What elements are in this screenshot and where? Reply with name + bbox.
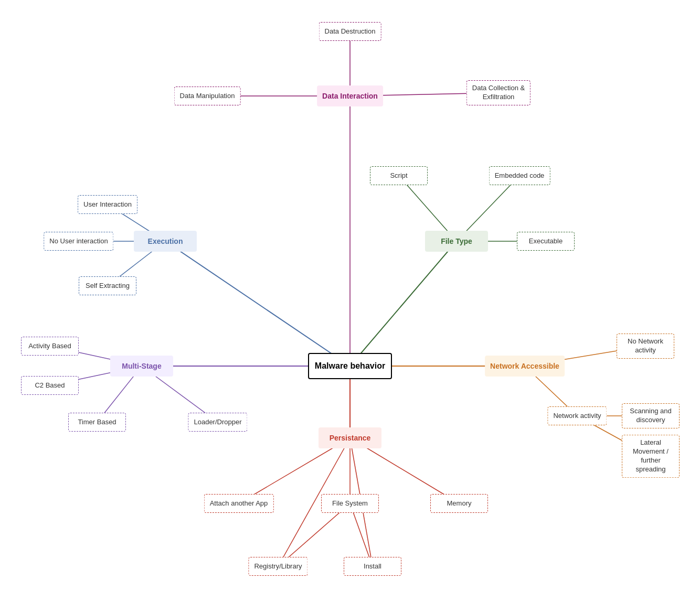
node-data_manipulation: Data Manipulation — [174, 87, 241, 105]
mind-map-canvas: Malware behaviorData InteractionData Des… — [0, 0, 700, 612]
node-data_interaction: Data Interaction — [317, 85, 383, 106]
node-self_extracting: Self Extracting — [79, 276, 136, 295]
node-data_destruction: Data Destruction — [319, 22, 381, 41]
node-network_activity: Network activity — [547, 406, 607, 425]
svg-line-4 — [165, 241, 350, 366]
node-persistance: Persistance — [319, 427, 381, 448]
node-execution: Execution — [134, 231, 197, 252]
node-data_collection: Data Collection &Exfiltration — [466, 80, 531, 105]
svg-line-8 — [350, 241, 457, 366]
node-network_accessible: Network Accessible — [485, 356, 565, 377]
node-executable: Executable — [517, 232, 575, 251]
node-file_type: File Type — [425, 231, 488, 252]
node-script: Script — [370, 166, 428, 185]
node-multi_stage: Multi-Stage — [110, 356, 173, 377]
node-center: Malware behavior — [308, 353, 392, 379]
node-user_interaction: User Interaction — [78, 195, 137, 214]
node-file_system: File System — [321, 494, 379, 513]
node-timer_based: Timer Based — [68, 413, 126, 432]
node-activity_based: Activity Based — [21, 337, 79, 356]
node-attach_app: Attach another App — [204, 494, 274, 513]
node-embedded_code: Embedded code — [489, 166, 550, 185]
node-registry: Registry/Library — [248, 557, 307, 576]
node-lateral_movement: Lateral Movement / further spreading — [622, 435, 680, 478]
node-scanning: Scanning and discovery — [622, 403, 680, 428]
node-no_network_activity: No Network activity — [617, 334, 674, 359]
node-c2_based: C2 Based — [21, 376, 79, 395]
node-no_user_interaction: No User interaction — [44, 232, 113, 251]
node-install: Install — [344, 557, 401, 576]
node-memory: Memory — [430, 494, 488, 513]
node-loader_dropper: Loader/Dropper — [188, 413, 247, 432]
